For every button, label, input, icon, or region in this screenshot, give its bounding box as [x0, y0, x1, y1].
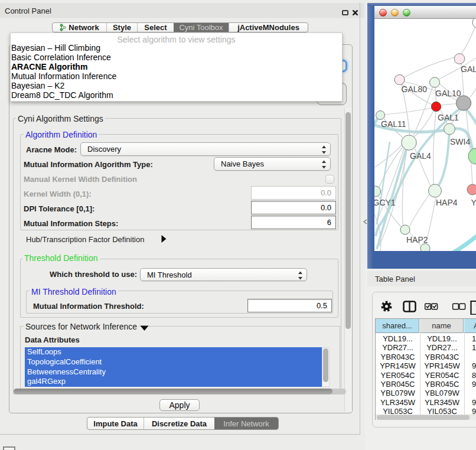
svg-text:SWI4: SWI4: [450, 136, 470, 146]
svg-text:GAL7: GAL7: [461, 64, 476, 73]
svg-text:GCY1: GCY1: [374, 198, 396, 207]
svg-text:HAP4: HAP4: [436, 197, 458, 207]
svg-text:YJ: YJ: [471, 198, 476, 207]
svg-text:GAL4: GAL4: [410, 151, 431, 161]
svg-text:GAL10: GAL10: [435, 89, 461, 98]
svg-text:HAP2: HAP2: [406, 234, 428, 244]
svg-text:GAL80: GAL80: [402, 84, 428, 94]
svg-text:GAL11: GAL11: [381, 119, 406, 129]
svg-text:GAL1: GAL1: [438, 112, 459, 122]
